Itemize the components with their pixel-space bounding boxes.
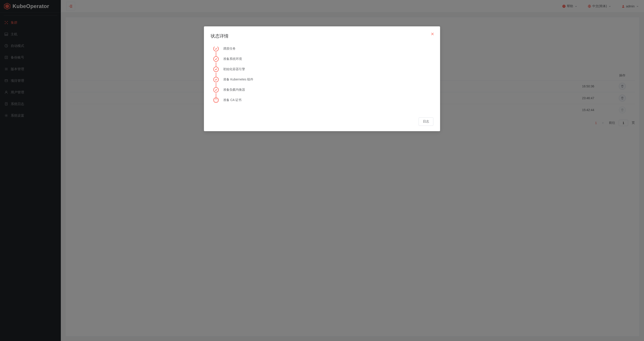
loading-icon [214, 98, 218, 102]
step-status-icon [213, 67, 219, 72]
step-status-icon [213, 47, 219, 51]
check-icon [215, 78, 217, 81]
step-status-icon [213, 77, 219, 82]
check-icon [215, 68, 217, 71]
step-label: 准备负载均衡器 [223, 88, 245, 92]
step-label: 准备系统环境 [223, 57, 242, 61]
log-button[interactable]: 日志 [418, 117, 433, 126]
step-label: 调度任务 [223, 47, 236, 51]
check-icon [215, 47, 217, 50]
step-status-icon [213, 56, 219, 62]
status-detail-modal: 状态详情 调度任务 准备系统环境 初始化容器引擎 准备 Kubernetes 组… [204, 26, 440, 131]
step-item: 初始化容器引擎 [223, 67, 433, 71]
step-item: 准备系统环境 [223, 57, 433, 61]
step-item: 准备负载均衡器 [223, 88, 433, 92]
modal-footer: 日志 [211, 117, 433, 126]
step-item: 调度任务 [223, 47, 433, 51]
step-status-icon [213, 97, 219, 103]
step-item: 准备 CA 证书 [223, 98, 433, 102]
check-icon [215, 58, 217, 60]
step-item: 准备 Kubernetes 组件 [223, 77, 433, 81]
check-icon [215, 88, 217, 91]
step-label: 初始化容器引擎 [223, 67, 245, 71]
modal-title: 状态详情 [211, 33, 433, 39]
step-status-icon [213, 87, 219, 92]
step-label: 准备 CA 证书 [223, 98, 242, 102]
step-label: 准备 Kubernetes 组件 [223, 77, 253, 81]
step-list: 调度任务 准备系统环境 初始化容器引擎 准备 Kubernetes 组件 准备负… [211, 47, 433, 111]
close-icon [431, 32, 434, 36]
modal-close-button[interactable] [431, 32, 434, 36]
